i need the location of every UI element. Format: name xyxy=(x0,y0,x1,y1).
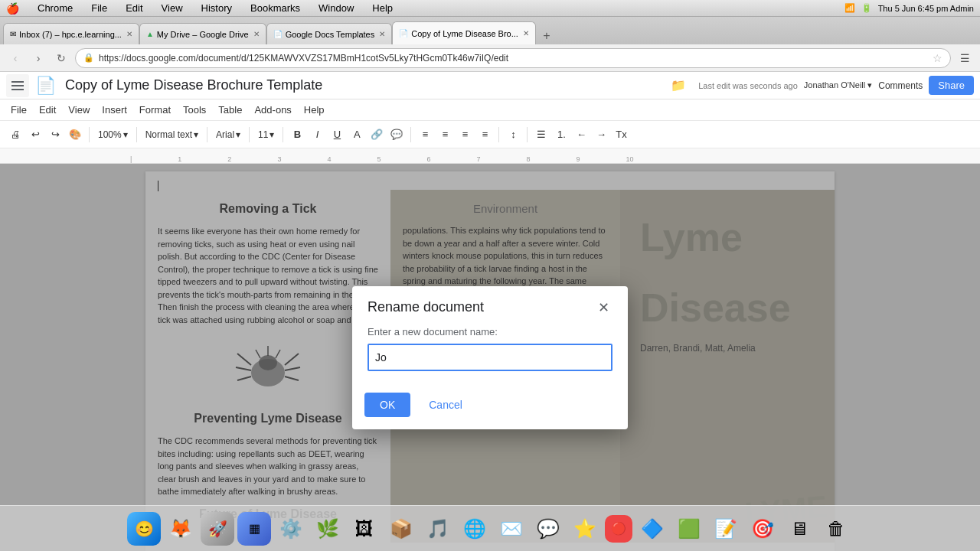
underline-button[interactable]: U xyxy=(328,125,346,145)
dock-firefox[interactable]: 🦊 xyxy=(164,512,198,546)
dock-app-red[interactable]: 🔴 xyxy=(605,515,632,543)
docs-logo-icon: 📄 xyxy=(35,76,56,96)
docs-menu-addons[interactable]: Add-ons xyxy=(250,102,296,118)
docs-user-name[interactable]: Jonathan O'Neill ▾ xyxy=(804,80,872,90)
font-size-dropdown[interactable]: 11 ▾ xyxy=(254,125,278,145)
tab-templates[interactable]: 📄 Google Docs Templates ✕ xyxy=(266,23,393,44)
docs-document-title[interactable]: Copy of Lyme Disease Brochure Template xyxy=(65,77,665,93)
undo-button[interactable]: ↩ xyxy=(26,125,44,145)
align-right-button[interactable]: ≡ xyxy=(456,125,474,145)
apple-icon[interactable]: 🍎 xyxy=(6,2,19,15)
bold-button[interactable]: B xyxy=(288,125,306,145)
docs-menu-file[interactable]: File xyxy=(6,102,31,118)
tab-close-lyme[interactable]: ✕ xyxy=(523,29,529,37)
tab-inbox[interactable]: ✉ Inbox (7) – hpc.e.learning... ✕ xyxy=(3,23,139,44)
lock-icon: 🔒 xyxy=(83,53,94,63)
refresh-button[interactable]: ↻ xyxy=(52,49,70,67)
redo-button[interactable]: ↪ xyxy=(46,125,64,145)
ok-button[interactable]: OK xyxy=(364,393,410,417)
dock-chrome[interactable]: 🌐 xyxy=(458,512,492,546)
align-left-button[interactable]: ≡ xyxy=(416,125,434,145)
menu-window[interactable]: Window xyxy=(315,2,357,15)
line-spacing-button[interactable]: ↕ xyxy=(504,125,522,145)
link-button[interactable]: 🔗 xyxy=(368,125,386,145)
print-button[interactable]: 🖨 xyxy=(6,125,24,145)
comment-button[interactable]: 💬 xyxy=(387,125,406,145)
italic-button[interactable]: I xyxy=(308,125,326,145)
dock-itunes[interactable]: 🎵 xyxy=(421,512,455,546)
docs-hamburger-icon[interactable] xyxy=(6,74,29,97)
dock-mission-control[interactable]: ▦ xyxy=(237,512,271,546)
font-dropdown[interactable]: Arial ▾ xyxy=(212,125,244,145)
dock-app1[interactable]: 📦 xyxy=(384,512,418,546)
document-name-input[interactable] xyxy=(368,344,612,371)
docs-menu-edit[interactable]: Edit xyxy=(34,102,60,118)
docs-menu-insert[interactable]: Insert xyxy=(97,102,132,118)
mac-status-bar: 📶 🔋 Thu 5 Jun 6:45 pm Admin xyxy=(844,3,974,13)
menu-view[interactable]: View xyxy=(158,2,186,15)
rename-dialog: Rename document ✕ Enter a new document n… xyxy=(352,286,628,429)
tab-close-inbox[interactable]: ✕ xyxy=(126,30,132,38)
toolbar-separator-6 xyxy=(410,127,411,142)
dock-preview[interactable]: 🖼 xyxy=(348,512,381,546)
tab-lyme[interactable]: 📄 Copy of Lyme Disease Bro... ✕ xyxy=(392,21,536,44)
settings-icon[interactable]: ☰ xyxy=(956,49,974,67)
svg-rect-0 xyxy=(11,81,24,83)
docs-menu-view[interactable]: View xyxy=(64,102,94,118)
paint-format-button[interactable]: 🎨 xyxy=(66,125,84,145)
menu-help[interactable]: Help xyxy=(369,2,396,15)
share-button[interactable]: Share xyxy=(929,76,974,95)
text-color-button[interactable]: A xyxy=(348,125,366,145)
document-content-area[interactable]: Removing a Tick It seems like everyone h… xyxy=(0,164,980,551)
docs-folder-icon[interactable]: 📁 xyxy=(671,78,686,93)
align-center-button[interactable]: ≡ xyxy=(436,125,454,145)
tab-close-templates[interactable]: ✕ xyxy=(379,30,385,38)
menu-file[interactable]: File xyxy=(88,2,110,15)
toolbar-separator-1 xyxy=(89,127,90,142)
dock-app-target[interactable]: 🎯 xyxy=(746,512,779,546)
paragraph-style-dropdown[interactable]: Normal text ▾ xyxy=(142,125,202,145)
address-bar[interactable]: 🔒 https://docs.google.com/document/d/125… xyxy=(75,48,951,68)
url-text: https://docs.google.com/document/d/125KM… xyxy=(99,53,928,64)
dock-photos[interactable]: 🌿 xyxy=(311,512,345,546)
tab-close-drive[interactable]: ✕ xyxy=(253,30,260,38)
forward-button[interactable]: › xyxy=(29,49,47,67)
dock-mail[interactable]: ✉️ xyxy=(495,512,528,546)
justify-button[interactable]: ≡ xyxy=(475,125,494,145)
dock-app-star[interactable]: ⭐ xyxy=(568,512,602,546)
dock-launchpad[interactable]: 🚀 xyxy=(201,512,234,546)
toolbar-separator-5 xyxy=(283,127,283,142)
docs-menu-table[interactable]: Table xyxy=(214,102,247,118)
indent-less-button[interactable]: ← xyxy=(572,125,590,145)
dock-app-green[interactable]: 🟩 xyxy=(672,512,706,546)
menu-history[interactable]: History xyxy=(198,2,235,15)
modal-close-button[interactable]: ✕ xyxy=(594,298,612,317)
comments-button[interactable]: Comments xyxy=(878,80,923,91)
menu-bookmarks[interactable]: Bookmarks xyxy=(247,2,303,15)
list-button[interactable]: ☰ xyxy=(532,125,550,145)
tab-drive[interactable]: ▲ My Drive – Google Drive ✕ xyxy=(139,23,266,44)
zoom-dropdown[interactable]: 100% ▾ xyxy=(94,125,132,145)
dock-finder[interactable]: 😊 xyxy=(127,512,161,546)
new-tab-button[interactable]: + xyxy=(536,28,557,44)
clear-format-button[interactable]: Tx xyxy=(612,125,630,145)
dock-trash[interactable]: 🗑 xyxy=(819,512,853,546)
paragraph-style-value: Normal text xyxy=(145,129,192,140)
docs-menu-help[interactable]: Help xyxy=(299,102,329,118)
dock-system-prefs[interactable]: ⚙️ xyxy=(274,512,308,546)
docs-menu-tools[interactable]: Tools xyxy=(178,102,211,118)
menu-chrome[interactable]: Chrome xyxy=(34,2,76,15)
docs-menu-format[interactable]: Format xyxy=(135,102,175,118)
dock-monitor[interactable]: 🖥 xyxy=(782,512,816,546)
toolbar-separator-7 xyxy=(498,127,499,142)
dock-app-blue[interactable]: 🔷 xyxy=(635,512,669,546)
indent-more-button[interactable]: → xyxy=(592,125,610,145)
docs-menubar: File Edit View Insert Format Tools Table… xyxy=(0,99,980,121)
cancel-button[interactable]: Cancel xyxy=(416,393,475,417)
ordered-list-button[interactable]: 1. xyxy=(552,125,570,145)
dock-notes[interactable]: 📝 xyxy=(709,512,743,546)
menu-edit[interactable]: Edit xyxy=(122,2,145,15)
back-button[interactable]: ‹ xyxy=(6,49,24,67)
dock-messages[interactable]: 💬 xyxy=(531,512,565,546)
bookmark-star-icon[interactable]: ☆ xyxy=(933,52,942,64)
